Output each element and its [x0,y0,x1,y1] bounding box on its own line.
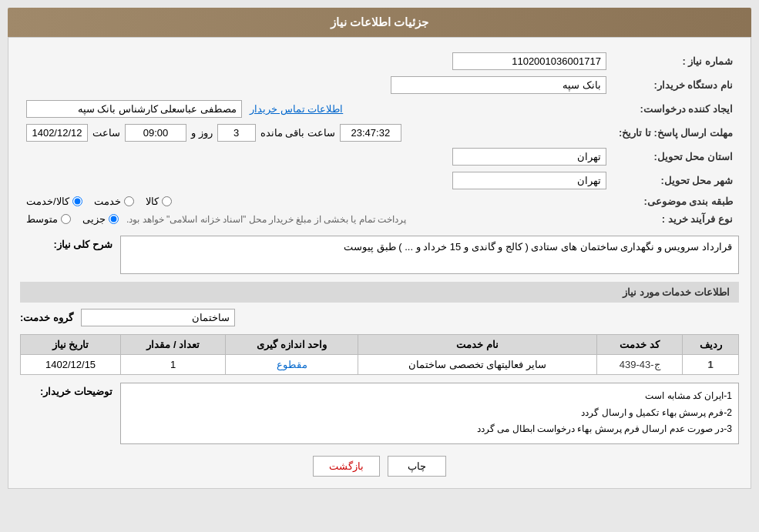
ijad-value: مصطفی عباسعلی کارشناس بانک سپه اطلاعات ت… [20,97,613,121]
col-code: کد خدمت [597,335,683,355]
button-row: چاپ بازگشت [20,456,739,477]
farayand-motavasset[interactable]: متوسط [26,213,71,225]
group-label: گروه خدمت: [20,312,73,323]
dasgah-value: بانک سپه [20,73,613,97]
khadamat-thead: ردیف کد خدمت نام خدمت واحد اندازه گیری ت… [21,335,739,355]
row-dasgah: نام دستگاه خریدار: بانک سپه [20,73,739,97]
farayand-value: متوسط جزیی پرداخت تمام یا بخشی از مبلغ خ… [20,210,613,228]
khadamat-header-row: ردیف کد خدمت نام خدمت واحد اندازه گیری ت… [21,335,739,355]
tabaqe-kala-khadmat-radio[interactable] [72,196,82,206]
mohlat-remain: 23:47:32 [351,127,391,139]
row-shomara: شماره نیاز : 1102001036001717 [20,49,739,73]
group-text: ساختمان [192,312,230,323]
shomara-label: شماره نیاز : [613,49,739,73]
tabaqe-kala-label: کالا [146,196,159,207]
ostan-text: تهران [577,151,601,162]
group-row: گروه خدمت: ساختمان [20,309,739,326]
mohlat-days-box: 3 [217,124,256,142]
farayand-notice: پرداخت تمام یا بخشی از مبلغ خریدار محل "… [126,214,406,225]
page-wrapper: جزئیات اطلاعات نیاز شماره نیاز : 1102001… [0,0,759,497]
tabaqe-kala-khadmat[interactable]: کالا/خدمت [26,196,82,207]
table-row: 1 ج-43-439 سایر فعالیتهای تخصصی ساختمان … [21,355,739,375]
cell-radif: 1 [683,355,739,375]
row-farayand: نوع فرآیند خرید : متوسط جزیی [20,210,739,228]
tabaqe-value: کالا/خدمت خدمت کالا [20,192,613,210]
ijad-input-box: مصطفی عباسعلی کارشناس بانک سپه [26,100,242,118]
farayand-jozi-radio[interactable] [109,214,119,224]
col-radif: ردیف [683,335,739,355]
cell-tedad: 1 [121,355,226,375]
mohlat-label: مهلت ارسال پاسخ: تا تاریخ: [613,121,739,145]
cell-name: سایر فعالیتهای تخصصی ساختمان [358,355,596,375]
ostan-input-box: تهران [452,148,606,166]
tabaqe-khadmat[interactable]: خدمت [94,196,134,207]
tabaqe-kala-khadmat-label: کالا/خدمت [26,196,69,207]
ertebat-link[interactable]: اطلاعات تماس خریدار [250,103,343,115]
col-name: نام خدمت [358,335,596,355]
col-vahed: واحد اندازه گیری [226,335,358,355]
tosih-label: توضیحات خریدار: [20,383,113,397]
farayand-motavasset-label: متوسط [26,213,58,225]
tabaqe-radio-group: کالا/خدمت خدمت کالا [26,196,606,207]
mohlat-value: 1402/12/12 ساعت 09:00 روز و 3 ساعت باقی … [20,121,613,145]
tabaqe-kala-radio[interactable] [162,196,172,206]
shomara-value: 1102001036001717 [20,49,613,73]
row-ijad: ایجاد کننده درخواست: مصطفی عباسعلی کارشن… [20,97,739,121]
page-header: جزئیات اطلاعات نیاز [8,8,751,37]
ijad-label: ایجاد کننده درخواست: [613,97,739,121]
sharh-section: شرح کلی نیاز: قرارداد سرویس و نگهداری سا… [20,236,739,274]
khadamat-table: ردیف کد خدمت نام خدمت واحد اندازه گیری ت… [20,334,739,375]
shomara-text: 1102001036001717 [512,55,601,67]
col-tarikh: تاریخ نیاز [21,335,121,355]
tosih-line: 3-در صورت عدم ارسال فرم پرسش بهاء درخواس… [127,421,732,438]
tabaqe-khadmat-label: خدمت [94,196,121,207]
dasgah-text: بانک سپه [563,79,601,91]
cell-vahed: مقطوع [226,355,358,375]
row-mohlat: مهلت ارسال پاسخ: تا تاریخ: 1402/12/12 سا… [20,121,739,145]
farayand-jozi-label: جزیی [82,213,106,225]
shahr-text: تهران [577,175,601,186]
row-shahr: شهر محل تحویل: تهران [20,169,739,192]
mohlat-remain-label: ساعت باقی مانده [260,127,335,139]
shomara-input-box: 1102001036001717 [452,52,606,70]
shahr-input-box: تهران [452,172,606,189]
mohlat-date-box: 1402/12/12 [26,124,88,142]
tosih-textarea[interactable]: 1-ایران کد مشابه است2-فرم پرسش بهاء تکمی… [120,383,739,444]
farayand-motavasset-radio[interactable] [61,214,71,224]
sharh-text: قرارداد سرویس و نگهداری ساختمان های ستاد… [344,241,732,253]
sharh-label: شرح کلی نیاز: [20,236,113,250]
main-content: شماره نیاز : 1102001036001717 نام دستگاه… [8,37,751,489]
tosih-line: 1-ایران کد مشابه است [127,388,732,405]
mohlat-time: 09:00 [143,127,169,139]
mohlat-days: 3 [233,127,239,139]
tosih-line: 2-فرم پرسش بهاء تکمیل و ارسال گردد [127,405,732,422]
mohlat-remain-box: 23:47:32 [340,124,401,142]
info-table: شماره نیاز : 1102001036001717 نام دستگاه… [20,49,739,228]
farayand-label: نوع فرآیند خرید : [613,210,739,228]
cell-tarikh: 1402/12/15 [21,355,121,375]
print-button[interactable]: چاپ [388,456,446,477]
khadamat-section-header: اطلاعات خدمات مورد نیاز [20,282,739,303]
mohlat-day-label: روز و [191,127,213,139]
ijad-text: مصطفی عباسعلی کارشناس بانک سپه [78,103,237,115]
farayand-jozi[interactable]: جزیی [82,213,119,225]
mohlat-time-box: 09:00 [125,124,186,142]
row-tabaqe: طبقه بندی موضوعی: کالا/خدمت خدمت کالا [20,192,739,210]
group-input-box: ساختمان [81,309,235,326]
shahr-label: شهر محل تحویل: [613,169,739,192]
mohlat-date: 1402/12/12 [32,127,82,139]
sharh-textarea[interactable]: قرارداد سرویس و نگهداری ساختمان های ستاد… [120,236,739,274]
mohlat-time-label: ساعت [92,127,120,139]
back-button[interactable]: بازگشت [313,456,380,477]
dasgah-input-box: بانک سپه [391,76,606,94]
col-tedad: تعداد / مقدار [121,335,226,355]
khadamat-tbody: 1 ج-43-439 سایر فعالیتهای تخصصی ساختمان … [21,355,739,375]
dasgah-label: نام دستگاه خریدار: [613,73,739,97]
tabaqe-kala[interactable]: کالا [146,196,172,207]
tabaqe-khadmat-radio[interactable] [124,196,134,206]
farayand-radio-group: متوسط جزیی [26,213,119,225]
ostan-label: استان محل تحویل: [613,145,739,169]
tabaqe-label: طبقه بندی موضوعی: [613,192,739,210]
ostan-value: تهران [20,145,613,169]
row-ostan: استان محل تحویل: تهران [20,145,739,169]
